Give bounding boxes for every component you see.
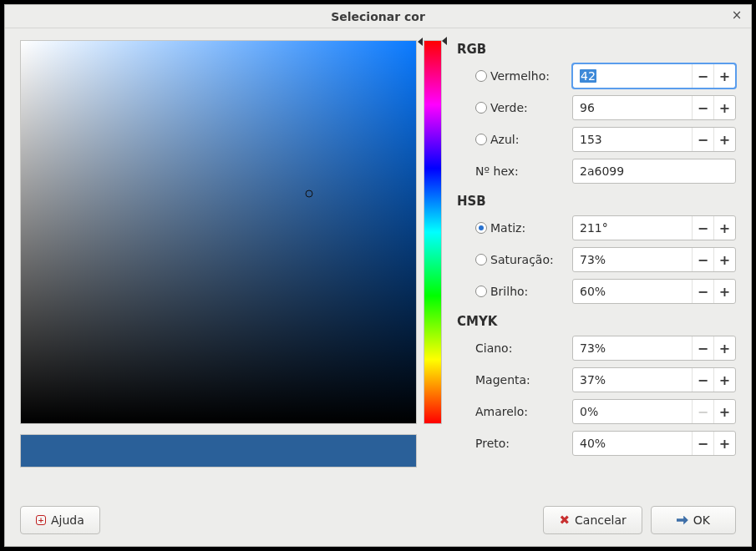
saturation-label: Saturação: (490, 253, 554, 266)
titlebar: Selecionar cor × (5, 5, 751, 28)
saturation-value-field[interactable] (20, 40, 417, 424)
radio-brightness[interactable] (475, 286, 487, 297)
hue-slider-marker-icon (442, 37, 447, 45)
yellow-label: Amarelo: (475, 405, 528, 418)
close-button[interactable]: × (729, 8, 744, 23)
cyan-decrement-button[interactable]: − (692, 336, 713, 360)
radio-green[interactable] (475, 102, 487, 114)
cyan-label: Ciano: (475, 341, 512, 355)
hue-decrement-button[interactable]: − (692, 216, 713, 240)
cancel-icon: ✖ (559, 514, 570, 527)
black-decrement-button[interactable]: − (692, 432, 713, 455)
saturation-increment-button[interactable]: + (713, 248, 735, 271)
cmyk-heading: CMYK (457, 314, 736, 329)
blue-input[interactable]: 153 − + (572, 127, 736, 152)
brightness-increment-button[interactable]: + (713, 280, 735, 303)
black-input[interactable]: 40% − + (572, 431, 736, 456)
blue-label: Azul: (490, 133, 519, 146)
red-decrement-button[interactable]: − (692, 64, 713, 88)
saturation-input[interactable]: 73% − + (572, 247, 736, 272)
ok-button[interactable]: OK (651, 506, 736, 534)
help-icon: + (36, 515, 46, 525)
red-label: Vermelho: (490, 69, 550, 83)
magenta-label: Magenta: (475, 373, 530, 387)
radio-red[interactable] (475, 70, 487, 82)
cyan-increment-button[interactable]: + (713, 336, 735, 360)
help-button[interactable]: + Ajuda (20, 506, 100, 534)
hue-label: Matiz: (490, 221, 525, 235)
triangle-marker-icon (418, 38, 423, 46)
current-color-swatch (20, 434, 417, 468)
hue-input[interactable]: 211° − + (572, 215, 736, 240)
black-label: Preto: (475, 437, 510, 450)
yellow-decrement-button[interactable]: − (692, 400, 713, 423)
green-increment-button[interactable]: + (713, 96, 735, 119)
window-title: Selecionar cor (331, 10, 425, 23)
magenta-increment-button[interactable]: + (713, 368, 735, 392)
hsb-heading: HSB (457, 194, 736, 209)
green-decrement-button[interactable]: − (692, 96, 713, 119)
yellow-increment-button[interactable]: + (713, 400, 735, 423)
hue-increment-button[interactable]: + (713, 216, 735, 240)
saturation-decrement-button[interactable]: − (692, 248, 713, 271)
red-increment-button[interactable]: + (713, 64, 735, 88)
brightness-input[interactable]: 60% − + (572, 279, 736, 304)
cancel-button[interactable]: ✖ Cancelar (543, 506, 642, 534)
close-icon: × (732, 8, 743, 23)
green-label: Verde: (490, 101, 528, 114)
radio-hue[interactable] (475, 222, 487, 234)
brightness-decrement-button[interactable]: − (692, 280, 713, 303)
magenta-input[interactable]: 37% − + (572, 367, 736, 392)
radio-saturation[interactable] (475, 254, 487, 265)
rgb-heading: RGB (457, 42, 736, 57)
brightness-label: Brilho: (490, 285, 528, 298)
green-input[interactable]: 96 − + (572, 95, 736, 120)
red-input[interactable]: 42 − + (572, 63, 736, 88)
radio-blue[interactable] (475, 134, 487, 145)
black-increment-button[interactable]: + (713, 432, 735, 455)
sv-indicator-icon (306, 190, 313, 198)
cyan-input[interactable]: 73% − + (572, 336, 736, 361)
hex-input[interactable]: 2a6099 (572, 159, 736, 184)
hex-label: Nº hex: (475, 164, 519, 178)
color-picker-dialog: Selecionar cor × (4, 4, 752, 547)
yellow-input[interactable]: 0% − + (572, 399, 736, 424)
hue-slider[interactable] (424, 40, 442, 424)
blue-increment-button[interactable]: + (713, 128, 735, 151)
ok-icon (677, 516, 688, 525)
magenta-decrement-button[interactable]: − (692, 368, 713, 392)
blue-decrement-button[interactable]: − (692, 128, 713, 151)
